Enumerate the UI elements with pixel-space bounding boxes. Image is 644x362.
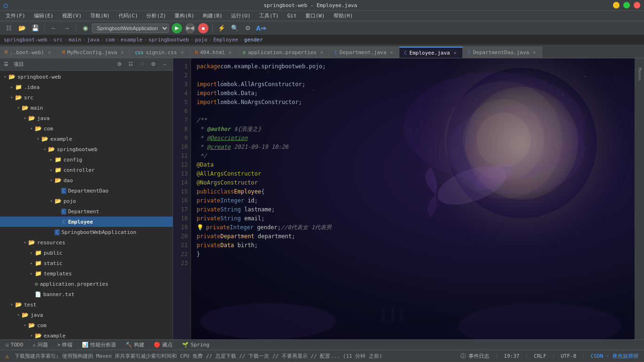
tree-item-main[interactable]: ▾📂main [0, 103, 173, 113]
breadcrumb-item-main[interactable]: main [69, 37, 81, 43]
tree-item-resources[interactable]: ▾📂resources [0, 237, 173, 248]
menu-item-w[interactable]: 窗口(W) [302, 11, 329, 20]
tree-item-example[interactable]: ▾📂example [0, 134, 173, 144]
menu-item-b[interactable]: 构建(B) [199, 11, 226, 20]
minimize-button[interactable] [613, 2, 620, 8]
tab-employee-java[interactable]: CEmployee.java× [399, 47, 463, 58]
breadcrumb-item-springboot-web[interactable]: springboot-web [4, 37, 48, 43]
bottom-tool-spring[interactable]: 🌱Spring [180, 342, 211, 348]
filetree-minimize-button[interactable]: − [160, 60, 169, 69]
status-position[interactable]: 19:37 [502, 353, 521, 359]
tab-signin-css[interactable]: csssignin.css× [130, 47, 190, 58]
tree-item-src[interactable]: ▾📂src [0, 92, 173, 103]
breadcrumb-item-example[interactable]: example [121, 37, 143, 43]
toolbar-open-button[interactable]: 📂 [17, 23, 27, 33]
filetree-gear-button[interactable]: ⚙ [115, 60, 124, 69]
tree-item--idea[interactable]: ▸📁.idea [0, 82, 173, 92]
menu-item-r[interactable]: 重构(R) [171, 11, 198, 20]
tab-close-4[interactable]: × [319, 50, 325, 56]
tree-item-config[interactable]: ▸📁config [0, 154, 173, 165]
tab-application-properties[interactable]: ⚙application.properties× [238, 47, 330, 58]
toolbar-back-button[interactable]: ← [48, 23, 59, 33]
tree-item-springbootwebapplication[interactable]: CSpringbootWebApplication [0, 227, 173, 237]
tree-item-public[interactable]: ▸📁public [0, 248, 173, 258]
menu-item-f[interactable]: 文件(F) [2, 11, 29, 20]
toolbar-save-button[interactable]: 💾 [30, 23, 40, 33]
tree-item-com[interactable]: ▾📂com [0, 123, 173, 134]
menu-item-e[interactable]: 编辑(E) [30, 11, 57, 20]
tree-item-templates[interactable]: ▸📁templates [0, 268, 173, 279]
menu-item-n[interactable]: 导航(N) [87, 11, 114, 20]
tree-item-springbootweb[interactable]: ▾📂springbootweb [0, 144, 173, 154]
tree-item-department[interactable]: CDepartment [0, 206, 173, 217]
tree-item-java[interactable]: ▾📂java [0, 113, 173, 123]
bottom-tool-性能分析器[interactable]: 📊性能分析器 [80, 341, 118, 348]
tree-item-banner-txt[interactable]: 📄banner.txt [0, 289, 173, 299]
tree-item-application-properties[interactable]: ⚙application.properties [0, 279, 173, 289]
breadcrumb-item-employee[interactable]: Employee [213, 37, 238, 43]
project-run-config[interactable]: SpringbootWebApplication [92, 24, 169, 33]
tree-item-employee[interactable]: CEmployee [0, 217, 173, 227]
tree-item-example[interactable]: ▾📂example [0, 330, 173, 339]
stop-button[interactable]: ■ [198, 23, 208, 33]
menu-item-t[interactable]: 工具(T) [255, 11, 283, 20]
tree-item-test[interactable]: ▾📂test [0, 299, 173, 310]
toolbar-new-button[interactable]: ☷ [4, 23, 14, 33]
status-encoding[interactable]: CRLF [532, 353, 549, 359]
breadcrumb-item-pojo[interactable]: pojo [195, 37, 207, 43]
breadcrumb-item-java[interactable]: java [87, 37, 100, 43]
menu-item-h[interactable]: 帮助(H) [330, 11, 357, 20]
status-filetype[interactable]: UTF-8 [559, 353, 578, 359]
maven-panel-button[interactable]: Maven [636, 60, 644, 88]
filetree-collapse-button[interactable]: ∷ [138, 60, 146, 69]
tab-close-1[interactable]: × [119, 50, 125, 56]
tab-departmentdao-java[interactable]: CDepartmentDao.java× [463, 47, 542, 58]
search-button[interactable]: 🔍 [230, 23, 240, 33]
filetree-layout-button[interactable]: ☷ [127, 60, 135, 69]
toolbar-forward-button[interactable]: → [62, 23, 72, 33]
breadcrumb-item-com[interactable]: com [105, 37, 115, 43]
tab-mymvcconfig-java[interactable]: MMyMvcConfig.java× [57, 47, 130, 58]
code-container[interactable]: 1234567891011121314151617181920212223 pa… [173, 58, 635, 339]
tree-item-departmentdao[interactable]: CDepartmentDao [0, 185, 173, 196]
bottom-tool-问题[interactable]: ⚠问题 [31, 341, 50, 348]
tab---boot-web-[interactable]: M..boot-web)× [0, 47, 57, 58]
code-editor[interactable]: package com.example.springbootweb.pojo;i… [191, 58, 635, 339]
breadcrumb-item-gender[interactable]: gender [244, 37, 263, 43]
tree-item-com[interactable]: ▾📂com [0, 320, 173, 330]
tab-close-7[interactable]: × [532, 50, 537, 56]
menu-item-z[interactable]: 分析(Z) [143, 11, 170, 20]
main-layout: ☰ 项目 ⚙ ☷ ∷ ⚙ − ▾📂springboot-web▸📁.idea▾📂… [0, 58, 644, 339]
run-button[interactable]: ▶ [172, 23, 182, 33]
close-button[interactable] [634, 2, 640, 8]
bottom-tool-终端[interactable]: >终端 [56, 341, 75, 348]
tab-close-2[interactable]: × [179, 50, 185, 56]
tree-item-springboot-web[interactable]: ▾📂springboot-web [0, 72, 173, 82]
bottom-tool-todo[interactable]: ☑TODO [4, 342, 25, 348]
tab-close-3[interactable]: × [227, 50, 233, 56]
tree-item-dao[interactable]: ▾📂dao [0, 175, 173, 185]
tab-department-java[interactable]: CDepartment.java× [330, 47, 399, 58]
tree-item-pojo[interactable]: ▾📂pojo [0, 196, 173, 206]
tab-404-html[interactable]: H404.html× [190, 47, 238, 58]
build-button[interactable]: ⚡ [216, 23, 227, 33]
menu-item-u[interactable]: 运行(U) [227, 11, 254, 20]
menu-item-v[interactable]: 视图(V) [58, 11, 86, 20]
tree-item-controller[interactable]: ▸📁controller [0, 165, 173, 175]
menu-item-git[interactable]: Git [284, 12, 301, 20]
bottom-tool-藏点[interactable]: 🔴藏点 [152, 341, 175, 348]
translate-button[interactable]: A⇒ [256, 23, 266, 33]
tab-close-0[interactable]: × [47, 50, 52, 56]
tab-close-5[interactable]: × [389, 50, 394, 56]
tab-close-6[interactable]: × [452, 50, 458, 56]
filetree-settings-button[interactable]: ⚙ [149, 60, 158, 69]
settings-button[interactable]: ⚙ [243, 23, 253, 33]
bottom-tool-构建[interactable]: 🔨构建 [124, 341, 146, 348]
breadcrumb-item-src[interactable]: src [53, 37, 63, 43]
breadcrumb-item-springbootweb[interactable]: springbootweb [149, 37, 189, 43]
tree-item-java[interactable]: ▾📂java [0, 310, 173, 320]
menu-item-c[interactable]: 代码(C) [115, 11, 142, 20]
tree-item-static[interactable]: ▸📁static [0, 258, 173, 268]
maximize-button[interactable] [623, 2, 630, 8]
debug-button[interactable]: ▶◀ [185, 23, 195, 33]
